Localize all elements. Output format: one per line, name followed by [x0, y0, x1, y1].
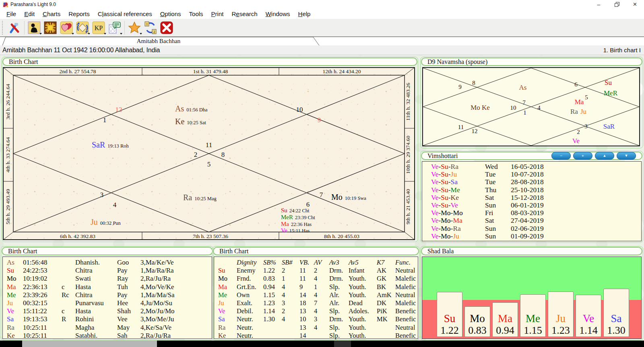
- dasha-row[interactable]: Ve-Mo-MoFri08-03-2019: [431, 209, 641, 217]
- house-number: 7: [522, 99, 526, 106]
- restore-icon[interactable]: [608, 0, 626, 9]
- dasha-name: Ve-Su-Ke: [431, 194, 485, 201]
- dasha-row[interactable]: Ve-Su-SaTue28-08-2018: [431, 178, 641, 186]
- dasha-name: Ve-Su-Sa: [431, 178, 485, 186]
- dasha-name: Ve-Mo-Ju: [431, 232, 485, 240]
- planet-position: As01:56 Dha: [175, 104, 208, 113]
- table-cell: Youth.: [349, 315, 377, 323]
- pada-sublords: 3,Ma/Ke/Ve: [140, 259, 174, 267]
- favorites-icon[interactable]: [126, 20, 142, 35]
- shadbala-bar: Ma0.94: [492, 302, 518, 337]
- menu-item-options[interactable]: Options: [156, 9, 185, 19]
- house-edge-label: 3rd h. 26 244.64: [5, 84, 11, 119]
- positions-panel: Birth Chart As01:56:48Dhanish.Goo3,Ma/Ke…: [1, 246, 214, 341]
- shadbala-bar: Ju1.23: [548, 292, 574, 337]
- d9-navamsha-panel: D9 Navamsha (spouse) 9 8 6 5 7 10: [420, 57, 643, 148]
- dasha-weekday: Sun: [485, 232, 511, 240]
- planet-abbr: Me: [7, 291, 23, 299]
- menu-item-file[interactable]: File: [2, 9, 20, 19]
- dasha-row[interactable]: Ve-Mo-RaSun02-06-2019: [431, 225, 641, 232]
- table-cell: Benefic: [395, 315, 416, 323]
- minimize-icon[interactable]: –: [590, 0, 608, 9]
- dasha-name: Ve-Su-Me: [431, 186, 485, 194]
- dasha-down-button[interactable]: ▼: [617, 152, 636, 160]
- menu-item-edit[interactable]: Edit: [20, 9, 39, 19]
- dasha-weekday: Sat: [485, 217, 511, 224]
- table-cell: Adoles.: [349, 307, 377, 315]
- planet-degree: 15:11:22: [23, 307, 62, 315]
- d9-chart[interactable]: 9 8 6 5 7 10 4 1 11 12 3 2 As Su MeR Mo …: [422, 67, 640, 146]
- planet-abbr: Mo: [470, 312, 485, 324]
- table-cell: 2: [282, 307, 299, 315]
- compatibility-icon[interactable]: [58, 20, 74, 35]
- strength-panel: Birth Chart DignitySB%SB#VB.AVAv3Av5K7Fu…: [212, 246, 420, 341]
- planet-abbr: Sa: [611, 312, 622, 324]
- chart-tools-icon[interactable]: [6, 20, 23, 35]
- menu-item-classical-references[interactable]: Classical references: [94, 9, 156, 19]
- menu-item-research[interactable]: Research: [227, 9, 261, 19]
- nakshatra: Hasta: [75, 307, 117, 315]
- vimshottari-panel-title[interactable]: Vimshottari − + ▲ ▼: [421, 152, 642, 160]
- kp-system-icon[interactable]: KP: [91, 20, 107, 35]
- dasha-collapse-button[interactable]: −: [551, 152, 571, 160]
- strength-panel-title[interactable]: Birth Chart: [213, 247, 419, 255]
- table-cell: [314, 332, 329, 340]
- planet-abbr: Ve: [583, 312, 594, 324]
- shadbala-panel-title[interactable]: Shad Bala: [421, 247, 642, 255]
- menu-item-reports[interactable]: Reports: [64, 9, 94, 19]
- table-cell: 18: [299, 299, 314, 307]
- house-number: 11: [458, 124, 464, 130]
- menu-item-windows[interactable]: Windows: [262, 9, 294, 19]
- toolbar-drag-handle[interactable]: [2, 21, 4, 35]
- table-cell: [282, 332, 299, 340]
- dasha-row[interactable]: Ve-Mo-JuSun01-09-2019: [431, 232, 641, 240]
- sun-chart-icon[interactable]: [42, 20, 58, 35]
- table-cell: 13: [299, 324, 314, 332]
- table-row: MoFrnd.0.831114Drm.Youth.GKMalefic: [218, 275, 418, 283]
- planet-abbr: Su: [218, 267, 237, 275]
- table-cell: Enemy: [237, 267, 263, 275]
- dasha-weekday: Sun: [485, 225, 511, 232]
- close-chart-icon[interactable]: [159, 20, 175, 35]
- dasha-row[interactable]: Ve-Su-RaWed16-05-2018: [431, 163, 641, 170]
- dasha-row[interactable]: Ve-Su-JuTue10-07-2018: [431, 170, 641, 178]
- menu-item-help[interactable]: Help: [294, 9, 315, 19]
- close-icon[interactable]: ×: [626, 0, 644, 9]
- shadbala-bar: Sa1.30: [603, 289, 629, 337]
- dasha-row[interactable]: Ve-Su-VeSun06-01-2019: [431, 201, 641, 209]
- pada-sublords: 1,Ma/Ra/Ra: [140, 267, 174, 275]
- birth-chart-panel-title[interactable]: Birth Chart: [2, 57, 417, 66]
- chart-notes-icon[interactable]: [107, 20, 123, 35]
- north-indian-chart[interactable]: 2nd h. 27 554.78 1st h. 31 479.48 12th h…: [3, 67, 415, 240]
- dasha-expand-button[interactable]: +: [573, 152, 592, 160]
- recalculate-icon[interactable]: 12: [142, 20, 159, 35]
- table-cell: 1: [314, 283, 329, 291]
- tab-label[interactable]: Amitabh Bachhan: [137, 38, 181, 44]
- planet-degree: 10:25:11: [23, 324, 62, 332]
- retro-combust-flag: R: [62, 315, 75, 323]
- menu-item-tools[interactable]: Tools: [185, 9, 207, 19]
- birth-data-icon[interactable]: [26, 20, 42, 35]
- planet-degree: 19:13:53: [23, 315, 62, 323]
- positions-panel-title[interactable]: Birth Chart: [2, 247, 213, 255]
- dasha-row[interactable]: Ve-Su-MeThu25-10-2018: [431, 186, 641, 194]
- syllable: Vee: [117, 315, 140, 323]
- table-cell: 4: [314, 275, 329, 283]
- dasha-up-button[interactable]: ▲: [595, 152, 614, 160]
- planet-abbr: Ma: [218, 283, 237, 291]
- dasha-row[interactable]: Ve-Su-KeSat15-12-2018: [431, 194, 641, 201]
- dasha-weekday: Sun: [485, 201, 511, 209]
- menu-item-print[interactable]: Print: [207, 9, 228, 19]
- dasha-date: 10-07-2018: [511, 170, 544, 178]
- dasha-row[interactable]: Ve-Mo-MaSat27-04-2019: [431, 217, 641, 224]
- positions-table: As01:56:48Dhanish.Goo3,Ma/Ke/VeSu24:22:5…: [2, 257, 212, 339]
- menu-item-charts[interactable]: Charts: [39, 9, 64, 19]
- retro-combust-flag: [62, 299, 75, 307]
- d9-panel-title[interactable]: D9 Navamsha (spouse): [421, 57, 642, 66]
- table-cell: 1.15: [263, 291, 282, 299]
- house-number: 3: [100, 191, 104, 199]
- house-number: 8: [472, 80, 475, 86]
- rotate-chart-icon[interactable]: [74, 20, 91, 35]
- syllable: Goo: [117, 259, 140, 267]
- table-cell: 3: [282, 299, 299, 307]
